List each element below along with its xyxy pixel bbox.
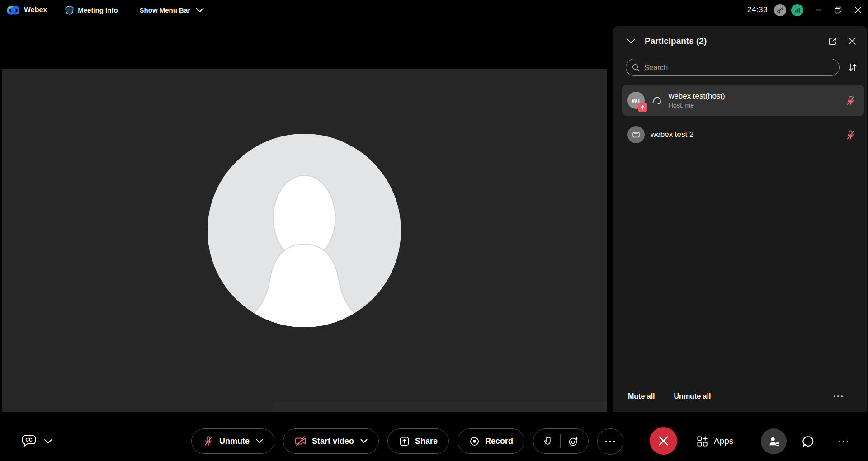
share-button[interactable]: Share <box>387 428 449 454</box>
meeting-info-label: Meeting Info <box>78 6 118 14</box>
control-bar: CC Unmute <box>0 412 868 461</box>
apps-button[interactable]: Apps <box>696 428 733 454</box>
participants-panel-header: Participants (2) <box>613 26 867 56</box>
minimize-button[interactable] <box>808 0 828 20</box>
reactions-icon[interactable] <box>568 436 579 447</box>
muted-mic-icon <box>203 435 214 447</box>
search-icon <box>632 63 640 72</box>
participants-panel-title: Participants (2) <box>645 36 707 46</box>
restore-button[interactable] <box>828 0 848 20</box>
raise-hand-icon[interactable] <box>542 435 553 447</box>
sort-participants-icon[interactable] <box>845 60 860 75</box>
more-panels-button[interactable] <box>834 432 854 452</box>
participant-name: webex test(host) <box>669 92 725 101</box>
mute-all-button[interactable]: Mute all <box>628 392 655 400</box>
participant-row-host[interactable]: WT webex test(h <box>622 85 864 116</box>
sharing-screen-badge-icon <box>638 103 647 112</box>
start-video-button[interactable]: Start video <box>283 428 379 454</box>
ellipsis-icon <box>839 441 849 442</box>
more-options-button[interactable] <box>597 428 623 455</box>
session-key-icon[interactable] <box>774 4 786 16</box>
video-off-icon <box>294 435 307 447</box>
meeting-timer: 24:33 <box>747 5 768 14</box>
close-window-button[interactable] <box>848 0 868 20</box>
start-video-label: Start video <box>312 437 354 446</box>
participant-name: webex test 2 <box>651 130 693 139</box>
video-device-avatar-icon <box>627 126 645 143</box>
chevron-down-icon <box>196 8 204 13</box>
chevron-down-icon <box>256 439 263 443</box>
meeting-info-button[interactable]: Meeting Info <box>65 5 118 15</box>
leave-meeting-button[interactable] <box>650 427 677 455</box>
participant-avatar-silhouette <box>208 134 401 327</box>
muted-mic-icon[interactable] <box>845 95 856 106</box>
reactions-group <box>533 428 589 454</box>
webex-logo-icon <box>7 5 19 15</box>
chat-button[interactable] <box>798 432 818 452</box>
muted-mic-icon[interactable] <box>845 129 856 141</box>
share-label: Share <box>415 437 438 446</box>
ellipsis-icon <box>605 441 615 442</box>
unmute-all-button[interactable]: Unmute all <box>674 392 711 400</box>
shield-icon <box>65 5 74 15</box>
show-menu-bar-label: Show Menu Bar <box>140 6 191 14</box>
participants-panel: Participants (2) <box>613 26 867 412</box>
captions-chevron-down-icon[interactable] <box>44 439 52 444</box>
closed-captions-icon[interactable]: CC <box>21 434 37 448</box>
participants-more-options-icon[interactable] <box>834 395 843 397</box>
record-button[interactable]: Record <box>458 428 524 454</box>
video-bottom-strip <box>273 402 609 412</box>
participant-row[interactable]: webex test 2 <box>622 119 864 150</box>
apps-label: Apps <box>714 436 733 446</box>
participants-button-active[interactable] <box>761 428 787 454</box>
close-panel-icon[interactable] <box>844 33 860 49</box>
participants-panel-footer: Mute all Unmute all <box>613 384 867 412</box>
collapse-panel-chevron-icon[interactable] <box>623 33 639 49</box>
video-tile[interactable] <box>2 69 607 412</box>
meeting-stage: Participants (2) <box>0 20 868 412</box>
search-input[interactable] <box>644 63 834 72</box>
titlebar: Webex Meeting Info Show Menu Bar 24:33 <box>0 0 868 20</box>
app-title: Webex <box>24 6 47 14</box>
divider <box>560 434 561 448</box>
participant-role: Host, me <box>669 102 725 109</box>
share-screen-icon <box>399 436 410 447</box>
record-icon <box>469 436 480 447</box>
show-menu-bar-button[interactable]: Show Menu Bar <box>140 6 204 14</box>
unmute-button[interactable]: Unmute <box>191 428 274 454</box>
connection-quality-icon[interactable] <box>791 4 803 16</box>
chevron-down-icon <box>360 439 368 443</box>
participant-search-box[interactable] <box>626 59 840 76</box>
record-label: Record <box>485 437 513 446</box>
popout-panel-icon[interactable] <box>825 33 840 49</box>
unmute-label: Unmute <box>219 437 250 446</box>
headset-icon <box>651 95 663 106</box>
apps-grid-icon <box>696 435 708 447</box>
svg-text:CC: CC <box>25 437 33 442</box>
